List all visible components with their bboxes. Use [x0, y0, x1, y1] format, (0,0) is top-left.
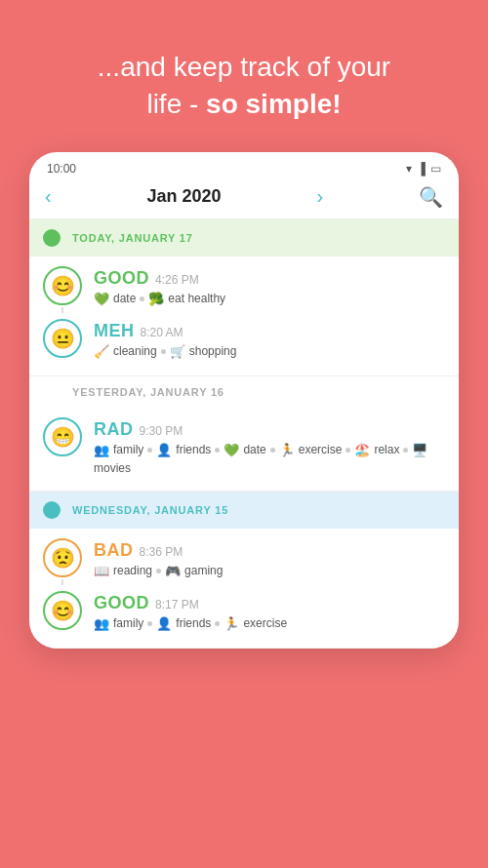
tag-movies: movies [94, 461, 131, 475]
status-time: 10:00 [47, 162, 76, 176]
dot4 [215, 448, 220, 453]
phone-shell: 10:00 ▾ ▐ ▭ ‹ Jan 2020 › 🔍 TODAY, JANUAR… [29, 152, 459, 649]
dot8 [156, 569, 161, 573]
search-button[interactable]: 🔍 [419, 185, 443, 209]
dot1 [140, 296, 144, 301]
good2-icon-wrap: 😊 [43, 591, 84, 632]
entry-good2: 😊 GOOD 8:17 PM 👥 family 👤 friends 🏃 [43, 585, 445, 638]
today-label: TODAY, JANUARY 17 [72, 232, 193, 244]
tag-exercise2: exercise [243, 616, 287, 630]
next-month-button[interactable]: › [316, 185, 323, 208]
tag-icon-friends2: 👤 [156, 616, 172, 631]
wifi-icon: ▾ [406, 162, 412, 176]
dot10 [215, 621, 220, 626]
signal-icon: ▐ [417, 162, 426, 176]
day-section-wednesday: WEDNESDAY, JANUARY 15 😟 BAD 8:36 PM 📖 re… [29, 492, 459, 649]
tag-icon-clean: 🧹 [94, 344, 109, 359]
good-mood-line: GOOD 4:26 PM [94, 268, 445, 289]
header-section: ...and keep track of your life - so simp… [0, 0, 488, 152]
entry-good: 😊 GOOD 4:26 PM 💚 date 🥦 eat healthy [43, 260, 445, 313]
nav-center: Jan 2020 [147, 186, 222, 207]
day-header-yesterday: YESTERDAY, JANUARY 16 [29, 376, 459, 408]
tag-eathealthy: eat healthy [168, 292, 225, 305]
meh-mood-line: MEH 8:20 AM [94, 321, 445, 341]
dot3 [147, 448, 152, 453]
tag-icon-gaming: 🎮 [165, 564, 181, 578]
meh-tags: 🧹 cleaning 🛒 shopping [94, 344, 445, 359]
tag-icon-exercise2: 🏃 [224, 616, 239, 631]
good2-mood-line: GOOD 8:17 PM [94, 593, 445, 613]
good2-tags: 👥 family 👤 friends 🏃 exercise [94, 616, 445, 631]
bad-tags: 📖 reading 🎮 gaming [94, 564, 445, 578]
tag-relax: relax [374, 443, 399, 456]
rad-content: RAD 9:30 PM 👥 family 👤 friends 💚 date 🏃 [94, 417, 445, 475]
rad-mood-line: RAD 9:30 PM [94, 419, 445, 440]
rad-face: 😁 [43, 417, 82, 456]
tag-icon-veg: 🥦 [148, 292, 164, 306]
rad-mood-word: RAD [94, 419, 134, 440]
day-header-today: TODAY, JANUARY 17 [29, 219, 459, 256]
entry-meh: 😐 MEH 8:20 AM 🧹 cleaning 🛒 shopping [43, 313, 445, 366]
day-section-today: TODAY, JANUARY 17 😊 GOOD 4:26 PM 💚 date [29, 219, 459, 376]
battery-icon: ▭ [430, 162, 441, 176]
status-bar: 10:00 ▾ ▐ ▭ [29, 152, 459, 179]
tag-family: family [113, 443, 143, 456]
wednesday-dot [43, 501, 61, 519]
current-month: Jan 2020 [147, 186, 222, 207]
good2-time: 8:17 PM [155, 598, 199, 612]
bad-mood-word: BAD [94, 540, 134, 561]
dot6 [346, 448, 350, 453]
tag-icon-heart: 💚 [94, 292, 109, 306]
bad-content: BAD 8:36 PM 📖 reading 🎮 gaming [94, 538, 445, 578]
good-mood-word: GOOD [94, 268, 149, 289]
tag-shopping: shopping [189, 344, 237, 358]
day-section-yesterday: YESTERDAY, JANUARY 16 😁 RAD 9:30 PM 👥 fa… [29, 376, 459, 492]
tag-cleaning: cleaning [113, 344, 157, 358]
good-tags: 💚 date 🥦 eat healthy [94, 292, 445, 306]
good-content: GOOD 4:26 PM 💚 date 🥦 eat healthy [94, 266, 445, 306]
tag-family2: family [113, 616, 143, 630]
good2-mood-word: GOOD [94, 593, 149, 613]
tag-icon-heart2: 💚 [224, 443, 239, 457]
dot9 [147, 621, 152, 626]
rad-tags: 👥 family 👤 friends 💚 date 🏃 exercise 🏖️ [94, 443, 445, 475]
tag-icon-exercise: 🏃 [279, 443, 295, 457]
tag-icon-reading: 📖 [94, 564, 109, 578]
day-header-wednesday: WEDNESDAY, JANUARY 15 [29, 492, 459, 529]
tag-icon-family: 👥 [94, 443, 109, 457]
good2-face: 😊 [43, 591, 82, 630]
tag-icon-relax: 🏖️ [354, 443, 370, 457]
good-icon-wrap: 😊 [43, 266, 84, 307]
entries-today: 😊 GOOD 4:26 PM 💚 date 🥦 eat healthy [29, 256, 459, 375]
header-line2-bold: so simple! [206, 89, 341, 119]
bad-face: 😟 [43, 538, 82, 577]
tag-reading: reading [113, 564, 152, 577]
entry-rad: 😁 RAD 9:30 PM 👥 family 👤 friends 💚 [43, 412, 445, 481]
wednesday-label: WEDNESDAY, JANUARY 15 [72, 504, 228, 516]
header-line2-normal: life - [146, 89, 206, 119]
tag-icon-cart: 🛒 [170, 344, 185, 359]
tag-friends: friends [176, 443, 211, 456]
tag-date2: date [243, 443, 265, 456]
prev-month-button[interactable]: ‹ [45, 185, 52, 208]
bad-mood-line: BAD 8:36 PM [94, 540, 445, 561]
status-icons: ▾ ▐ ▭ [406, 162, 441, 176]
rad-icon-wrap: 😁 [43, 417, 84, 458]
dot5 [270, 448, 275, 453]
tag-icon-friends: 👤 [156, 443, 172, 457]
yesterday-label: YESTERDAY, JANUARY 16 [72, 386, 224, 398]
header-line1: ...and keep track of your [98, 52, 390, 82]
dot7 [403, 448, 408, 453]
meh-time: 8:20 AM [141, 326, 183, 339]
tag-gaming: gaming [184, 564, 223, 577]
bad-icon-wrap: 😟 [43, 538, 84, 579]
good-face: 😊 [43, 266, 82, 305]
rad-time: 9:30 PM [140, 424, 183, 438]
entries-yesterday: 😁 RAD 9:30 PM 👥 family 👤 friends 💚 [29, 408, 459, 491]
tag-icon-movies: 🖥️ [412, 443, 427, 457]
nav-bar: ‹ Jan 2020 › 🔍 [29, 179, 459, 219]
bad-time: 8:36 PM [140, 545, 183, 559]
meh-icon-wrap: 😐 [43, 319, 84, 360]
good-time: 4:26 PM [155, 273, 199, 287]
meh-content: MEH 8:20 AM 🧹 cleaning 🛒 shopping [94, 319, 445, 359]
